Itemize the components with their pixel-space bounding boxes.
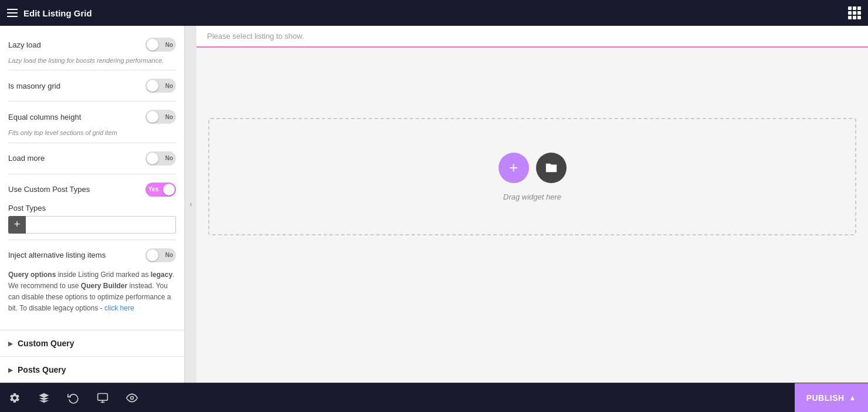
toggle-knob: [147, 39, 158, 50]
lazy-load-row: Lazy load No: [8, 33, 176, 56]
lazy-load-toggle[interactable]: No: [145, 38, 176, 52]
equal-columns-label: Equal columns height: [8, 113, 81, 121]
masonry-row: Is masonry grid No: [8, 74, 176, 97]
svg-rect-0: [98, 393, 108, 400]
click-here-link[interactable]: click here: [104, 304, 134, 312]
canvas-area: Please select listing to show. + Drag wi…: [196, 26, 868, 383]
history-icon: [67, 392, 79, 404]
divider-5: [8, 239, 176, 240]
header-left: Edit Listing Grid: [7, 8, 92, 18]
post-types-input-row: +: [8, 216, 176, 234]
layers-icon: [38, 392, 50, 404]
load-more-no: No: [165, 155, 173, 161]
equal-columns-toggle[interactable]: No: [145, 110, 176, 124]
header-title: Edit Listing Grid: [23, 8, 92, 18]
posts-query-header[interactable]: ▶ Posts Query: [8, 365, 176, 374]
load-more-toggle[interactable]: No: [145, 151, 176, 166]
sidebar-scroll: Lazy load No Lazy load the listing for b…: [0, 26, 184, 330]
top-notice: Please select listing to show.: [196, 26, 868, 48]
svg-point-3: [131, 396, 134, 399]
custom-query-section: ▶ Custom Query: [0, 330, 184, 356]
app-wrapper: Edit Listing Grid Lazy load No Lazy load…: [0, 0, 868, 412]
publish-button[interactable]: PUBLISH ▲: [795, 383, 868, 413]
posts-query-section: ▶ Posts Query: [0, 356, 184, 383]
query-info-text: Query options inside Listing Grid marked…: [8, 269, 176, 315]
publish-chevron-icon: ▲: [849, 394, 856, 402]
divider-3: [8, 143, 176, 143]
masonry-toggle-no: No: [165, 83, 173, 89]
inject-alternative-row: Inject alternative listing items No: [8, 244, 176, 267]
preview-button[interactable]: [117, 383, 147, 413]
query-options-bold: Query options inside Listing Grid marked…: [8, 271, 174, 313]
custom-post-types-row: Use Custom Post Types Yes: [8, 178, 176, 201]
responsive-icon: [97, 392, 108, 404]
custom-query-arrow: ▶: [8, 340, 13, 347]
equal-columns-knob: [147, 111, 158, 123]
load-more-knob: [147, 153, 158, 164]
post-types-input[interactable]: [26, 216, 176, 234]
drop-zone: + Drag widget here: [208, 118, 856, 235]
notice-text: Please select listing to show.: [207, 32, 304, 40]
inject-alternative-label: Inject alternative listing items: [8, 251, 106, 259]
gear-button[interactable]: [0, 383, 29, 413]
publish-label: PUBLISH: [806, 393, 845, 403]
custom-query-label: Custom Query: [18, 339, 74, 348]
masonry-toggle-knob: [147, 80, 158, 92]
lazy-load-hint: Lazy load the listing for boosts renderi…: [8, 56, 176, 65]
drag-text: Drag widget here: [503, 193, 561, 201]
divider-2: [8, 101, 176, 102]
sidebar-collapse-handle[interactable]: ‹: [185, 26, 196, 383]
divider-1: [8, 70, 176, 70]
masonry-label: Is masonry grid: [8, 82, 60, 90]
toggle-no-text: No: [165, 42, 173, 48]
header-bar: Edit Listing Grid: [0, 0, 868, 26]
inject-toggle[interactable]: No: [145, 248, 176, 262]
equal-columns-hint: Fits only top level sections of grid ite…: [8, 129, 176, 137]
custom-post-types-yes: Yes: [148, 186, 158, 193]
custom-post-types-label: Use Custom Post Types: [8, 185, 90, 194]
hamburger-menu-icon[interactable]: [7, 9, 18, 17]
equal-columns-no: No: [165, 114, 173, 120]
masonry-toggle[interactable]: No: [145, 79, 176, 93]
folder-button[interactable]: [536, 153, 567, 183]
history-button[interactable]: [59, 383, 88, 413]
grid-apps-icon[interactable]: [848, 6, 861, 19]
lazy-load-label: Lazy load: [8, 40, 41, 49]
divider-4: [8, 174, 176, 174]
main-content: Lazy load No Lazy load the listing for b…: [0, 26, 868, 383]
post-types-label: Post Types: [8, 204, 176, 212]
responsive-button[interactable]: [88, 383, 117, 413]
collapse-arrow-icon: ‹: [190, 200, 192, 208]
posts-query-label: Posts Query: [18, 365, 66, 374]
gear-icon: [9, 392, 21, 404]
layers-button[interactable]: [29, 383, 59, 413]
inject-knob: [147, 249, 158, 261]
inject-no: No: [165, 252, 173, 258]
load-more-label: Load more: [8, 154, 45, 163]
canvas-content: + Drag widget here: [196, 48, 868, 383]
custom-query-header[interactable]: ▶ Custom Query: [8, 339, 176, 348]
eye-icon: [126, 392, 138, 404]
load-more-row: Load more No: [8, 147, 176, 170]
add-widget-button[interactable]: +: [499, 153, 529, 183]
custom-post-types-knob: [163, 184, 175, 195]
drop-zone-icons: +: [499, 153, 567, 183]
equal-columns-row: Equal columns height No: [8, 105, 176, 129]
posts-query-arrow: ▶: [8, 367, 13, 373]
bottom-toolbar: PUBLISH ▲: [0, 383, 868, 412]
add-post-type-button[interactable]: +: [8, 216, 26, 234]
folder-icon: [545, 161, 558, 174]
sidebar: Lazy load No Lazy load the listing for b…: [0, 26, 185, 383]
custom-post-types-toggle[interactable]: Yes: [145, 183, 176, 197]
